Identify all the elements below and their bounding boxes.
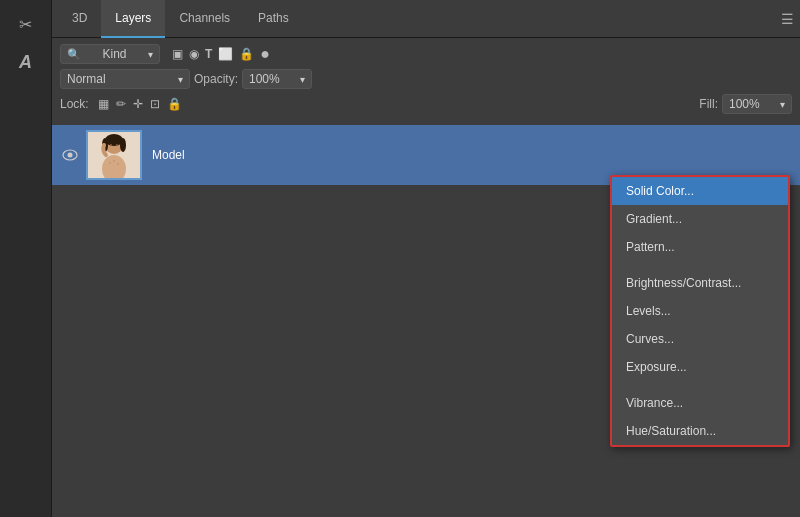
layer-thumbnail: [86, 130, 142, 180]
tabs-row: 3D Layers Channels Paths ☰: [52, 0, 800, 38]
lock-label: Lock:: [60, 97, 89, 111]
kind-dropdown[interactable]: 🔍 Kind: [60, 44, 160, 64]
menu-item-levels[interactable]: Levels...: [612, 297, 788, 325]
lock-paint-icon[interactable]: ✏: [115, 96, 127, 112]
tab-layers[interactable]: Layers: [101, 0, 165, 38]
main-panel: 3D Layers Channels Paths ☰ 🔍 Kind ▣ ◉ T …: [52, 0, 800, 517]
fill-row: Fill: 100%: [699, 94, 792, 114]
layer-name: Model: [152, 148, 185, 162]
lock-row: Lock: ▦ ✏ ✛ ⊡ 🔒: [60, 94, 183, 114]
menu-item-vibrance[interactable]: Vibrance...: [612, 389, 788, 417]
blend-mode-chevron: [178, 72, 183, 86]
lock-artboard-icon[interactable]: ⊡: [149, 96, 161, 112]
lock-transparent-icon[interactable]: ▦: [97, 96, 110, 112]
left-toolbar: ✂ A: [0, 0, 52, 517]
lock-icons: ▦ ✏ ✛ ⊡ 🔒: [97, 96, 183, 112]
menu-divider-2: [612, 381, 788, 389]
normal-opacity-row: Normal Opacity: 100%: [60, 69, 792, 89]
shape-filter-icon[interactable]: ⬜: [218, 47, 233, 61]
menu-item-pattern[interactable]: Pattern...: [612, 233, 788, 261]
svg-point-12: [117, 163, 119, 165]
svg-point-8: [110, 144, 112, 146]
fill-label: Fill:: [699, 97, 718, 111]
opacity-dropdown[interactable]: 100%: [242, 69, 312, 89]
search-icon: 🔍: [67, 48, 81, 61]
selected-filter-icon[interactable]: ●: [260, 45, 270, 63]
blend-mode-label: Normal: [67, 72, 106, 86]
opacity-value: 100%: [249, 72, 280, 86]
menu-item-exposure[interactable]: Exposure...: [612, 353, 788, 381]
context-dropdown-menu: Solid Color... Gradient... Pattern... Br…: [610, 175, 790, 447]
kind-label: Kind: [102, 47, 126, 61]
opacity-label: Opacity:: [194, 72, 238, 86]
tab-paths[interactable]: Paths: [244, 0, 303, 38]
kind-chevron: [148, 47, 153, 61]
svg-point-11: [113, 160, 115, 162]
fill-dropdown[interactable]: 100%: [722, 94, 792, 114]
layer-row[interactable]: Model Solid Color... Gradient... Pattern…: [52, 125, 800, 185]
menu-item-gradient[interactable]: Gradient...: [612, 205, 788, 233]
scissors-tool[interactable]: ✂: [10, 8, 42, 40]
lock-fill-row: Lock: ▦ ✏ ✛ ⊡ 🔒 Fill: 100%: [60, 94, 792, 114]
blend-mode-dropdown[interactable]: Normal: [60, 69, 190, 89]
menu-item-brightness-contrast[interactable]: Brightness/Contrast...: [612, 269, 788, 297]
pixel-filter-icon[interactable]: ▣: [172, 47, 183, 61]
panel-menu-icon[interactable]: ☰: [781, 11, 794, 27]
menu-item-curves[interactable]: Curves...: [612, 325, 788, 353]
layers-area: Model Solid Color... Gradient... Pattern…: [52, 125, 800, 517]
menu-divider-1: [612, 261, 788, 269]
svg-point-10: [109, 162, 111, 164]
smartobj-filter-icon[interactable]: 🔒: [239, 47, 254, 61]
menu-item-hue-saturation[interactable]: Hue/Saturation...: [612, 417, 788, 445]
adjustment-filter-icon[interactable]: ◉: [189, 47, 199, 61]
menu-item-solid-color[interactable]: Solid Color...: [612, 177, 788, 205]
type-tool[interactable]: A: [10, 46, 42, 78]
layer-controls: 🔍 Kind ▣ ◉ T ⬜ 🔒 ● Normal Opacity:: [52, 38, 800, 125]
tab-3d[interactable]: 3D: [58, 0, 101, 38]
tab-channels[interactable]: Channels: [165, 0, 244, 38]
svg-point-1: [68, 153, 73, 158]
opacity-row: Opacity: 100%: [194, 69, 312, 89]
lock-move-icon[interactable]: ✛: [132, 96, 144, 112]
svg-point-9: [116, 144, 118, 146]
lock-all-icon[interactable]: 🔒: [166, 96, 183, 112]
opacity-chevron: [300, 72, 305, 86]
kind-filter-icons: ▣ ◉ T ⬜ 🔒 ●: [172, 45, 270, 63]
fill-chevron: [780, 97, 785, 111]
fill-value: 100%: [729, 97, 760, 111]
kind-row: 🔍 Kind ▣ ◉ T ⬜ 🔒 ●: [60, 44, 792, 64]
layer-visibility-toggle[interactable]: [60, 149, 80, 161]
svg-point-7: [120, 138, 126, 152]
type-filter-icon[interactable]: T: [205, 47, 212, 61]
